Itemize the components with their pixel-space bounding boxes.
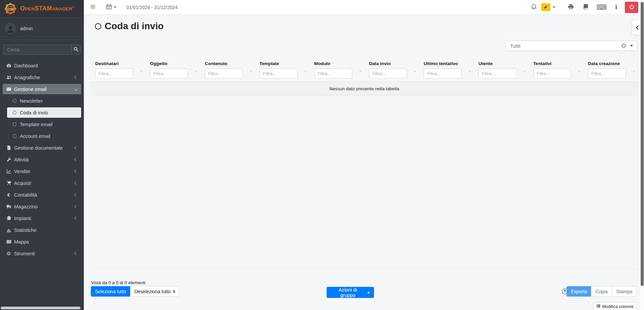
column-header-label[interactable]: Utente xyxy=(478,61,524,66)
chevron-down-icon xyxy=(630,45,633,47)
sidebar-item-label: Newsletter xyxy=(20,98,43,104)
column-header-label[interactable]: Destinatari xyxy=(95,61,141,66)
filter-input-utente[interactable] xyxy=(478,68,516,79)
euro-icon: € xyxy=(6,192,11,198)
sidebar-item-statistiche[interactable]: Statistiche xyxy=(3,225,81,235)
column-header-label[interactable]: Data invio xyxy=(369,61,414,66)
sidebar-item-acquisti[interactable]: Acquisti xyxy=(3,178,81,188)
sidebar-item-strumenti[interactable]: ⚙Strumenti xyxy=(3,248,81,259)
tasks-status-button[interactable]: ✔ xyxy=(541,3,550,11)
sidebar-item-attivit[interactable]: Attività xyxy=(3,154,81,165)
sidebar-item-newsletter[interactable]: Newsletter xyxy=(7,96,81,106)
print-button[interactable] xyxy=(567,2,575,12)
sidebar-item-vendite[interactable]: Vendite xyxy=(3,166,81,176)
sidebar-item-contabilit[interactable]: €Contabilità xyxy=(3,190,81,200)
sidebar-item-label: Template email xyxy=(20,122,53,127)
column-header-label[interactable]: Modulo xyxy=(314,61,360,66)
filter-input-oggetto[interactable] xyxy=(150,68,188,79)
search-button[interactable] xyxy=(71,45,80,54)
sort-icon[interactable]: ▲ xyxy=(633,70,635,73)
edit-columns-button[interactable]: Modifica colonne xyxy=(593,302,637,310)
filter-input-ultimo-tentativo[interactable] xyxy=(424,68,462,79)
module-filter-select[interactable]: Tutte × xyxy=(506,41,637,51)
keyboard-icon[interactable]: ⌨ xyxy=(597,4,607,11)
column-header-label[interactable]: Template xyxy=(260,61,305,66)
chevron-left-icon xyxy=(74,170,78,173)
page-scrollbar[interactable] xyxy=(640,0,644,310)
hamburger-icon xyxy=(90,4,96,11)
filter-input-contenuto[interactable] xyxy=(205,68,243,79)
sidebar-item-label: Gestione documentale xyxy=(14,145,63,151)
deselect-count-badge: 0 xyxy=(173,290,175,294)
copy-button[interactable]: Copia xyxy=(591,286,612,297)
column-header-label[interactable]: Oggetto xyxy=(150,61,195,66)
column-header-label[interactable]: Data creazione xyxy=(588,61,633,66)
notifications-button[interactable] xyxy=(529,2,538,12)
group-actions-button[interactable]: Azioni di gruppo xyxy=(327,287,374,298)
sort-icon[interactable]: ▲ xyxy=(250,70,252,73)
filter-input-data-invio[interactable] xyxy=(369,68,407,79)
filter-input-modulo[interactable] xyxy=(314,68,352,79)
brand-link[interactable]: OSM OpenSTAManager® xyxy=(0,0,84,17)
sort-icon[interactable]: ▲ xyxy=(359,70,362,73)
select-all-button[interactable]: Seleziona tutto xyxy=(91,286,130,297)
calendar-button[interactable] xyxy=(105,2,118,12)
export-button[interactable]: Esporta xyxy=(567,286,591,297)
user-name[interactable]: admin xyxy=(20,26,33,31)
menu-toggle-button[interactable] xyxy=(89,2,97,12)
sort-icon[interactable]: ▲ xyxy=(523,70,526,73)
printer-icon xyxy=(568,4,574,11)
dashboard-icon xyxy=(6,63,11,68)
print-table-button[interactable]: Stampa xyxy=(612,286,637,297)
sidebar-item-coda-di-invio[interactable]: Coda di invio xyxy=(7,107,81,118)
sidebar-item-magazzino[interactable]: Magazzino xyxy=(3,201,81,212)
logout-button[interactable] xyxy=(625,2,638,13)
sort-icon[interactable]: ▲ xyxy=(140,70,143,73)
scrollbar-thumb[interactable] xyxy=(641,2,644,286)
sidebar-item-impianti[interactable]: Impianti xyxy=(3,213,81,223)
sidebar-item-gestione-documentale[interactable]: Gestione documentale xyxy=(3,143,81,153)
chevron-left-icon xyxy=(636,25,640,30)
search-input[interactable] xyxy=(4,45,71,54)
sidebar-item-dashboard[interactable]: Dashboard xyxy=(3,60,81,71)
users-icon xyxy=(6,75,11,80)
filter-input-destinatari[interactable] xyxy=(95,68,133,79)
sort-icon[interactable]: ▲ xyxy=(578,70,581,73)
filter-input-data-creazione[interactable] xyxy=(588,68,626,79)
column-destinatari: Destinatari▲ xyxy=(91,61,145,79)
column-header-label[interactable]: Contenuto xyxy=(205,61,250,66)
sidebar-horizontal-scrollbar[interactable] xyxy=(1,307,80,309)
docs-button[interactable] xyxy=(582,2,590,12)
chevron-down-icon[interactable] xyxy=(553,6,555,8)
column-header-label[interactable]: Tentativi xyxy=(533,61,579,66)
sort-icon[interactable]: ▲ xyxy=(469,70,471,73)
clear-selection-icon[interactable]: × xyxy=(621,43,626,48)
column-modulo: Modulo▲ xyxy=(310,61,364,79)
map-icon xyxy=(6,239,11,245)
date-range[interactable]: 01/01/2024 - 31/12/2024 xyxy=(126,5,178,10)
sidebar-item-anagrafiche[interactable]: Anagrafiche xyxy=(3,72,81,83)
sort-icon[interactable]: ▲ xyxy=(195,70,197,73)
sidebar-item-mappa[interactable]: Mappa xyxy=(3,237,81,247)
table-footer-actions: Seleziona tutto Deseleziona tutto 0 Azio… xyxy=(91,286,637,297)
sort-icon[interactable]: ▲ xyxy=(414,70,416,73)
circle-icon xyxy=(12,122,17,127)
sidebar-item-label: Anagrafiche xyxy=(14,75,40,80)
table-header-row: Destinatari▲Oggetto▲Contenuto▲Template▲M… xyxy=(91,61,638,79)
user-avatar[interactable] xyxy=(5,23,16,34)
sidebar-item-template-email[interactable]: Template email xyxy=(7,119,81,130)
sidebar-item-account-email[interactable]: Account email xyxy=(7,131,81,141)
column-template: Template▲ xyxy=(255,61,310,79)
sort-icon[interactable]: ▲ xyxy=(304,70,307,73)
column-header-label[interactable]: Ultimo tentativo xyxy=(424,61,469,66)
selection-button-group: Seleziona tutto Deseleziona tutto 0 xyxy=(91,286,179,297)
sidebar-item-label: Account email xyxy=(20,134,50,139)
deselect-all-button[interactable]: Deseleziona tutto 0 xyxy=(130,286,179,297)
filter-input-tentativi[interactable] xyxy=(533,68,571,79)
sidebar-item-gestione-email[interactable]: Gestione email xyxy=(3,84,81,94)
send-queue-table: Destinatari▲Oggetto▲Contenuto▲Template▲M… xyxy=(91,61,638,96)
circle-icon xyxy=(12,98,17,104)
filter-input-template[interactable] xyxy=(260,68,298,79)
column-ultimo-tentativo: Ultimo tentativo▲ xyxy=(419,61,474,79)
info-icon[interactable]: i xyxy=(613,4,619,10)
